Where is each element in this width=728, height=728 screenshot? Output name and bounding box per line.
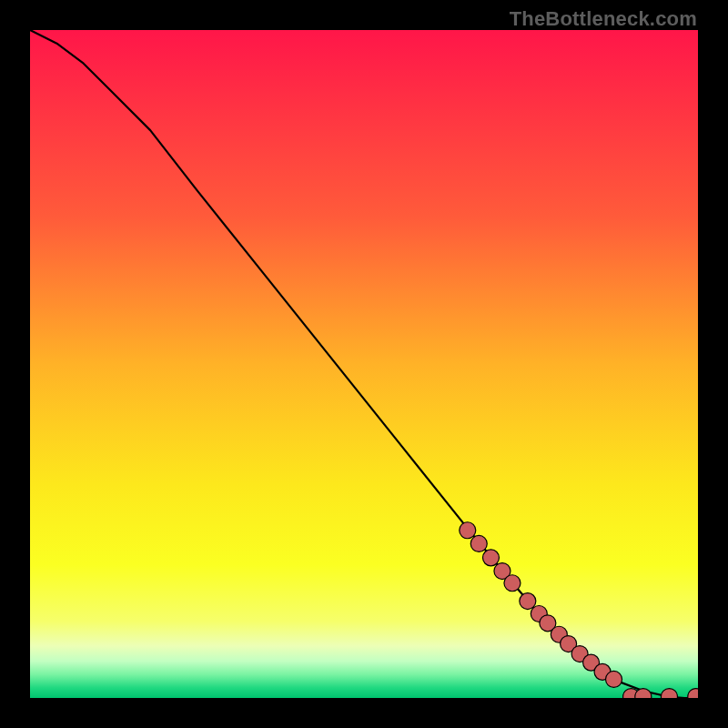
curve-point — [470, 535, 487, 551]
watermark-text: TheBottleneck.com — [510, 7, 697, 31]
chart-stage: TheBottleneck.com — [0, 0, 728, 728]
curve-point — [688, 689, 698, 698]
plot-area — [30, 30, 698, 698]
curve-points-group — [460, 522, 698, 698]
curve-point — [482, 550, 499, 566]
bottleneck-curve — [30, 30, 698, 698]
curve-point — [661, 689, 677, 698]
curve-point — [460, 522, 476, 539]
curve-point — [606, 671, 622, 687]
curve-point — [504, 575, 521, 592]
curve-point — [635, 689, 652, 698]
curve-point — [520, 593, 536, 610]
chart-svg — [30, 30, 698, 698]
